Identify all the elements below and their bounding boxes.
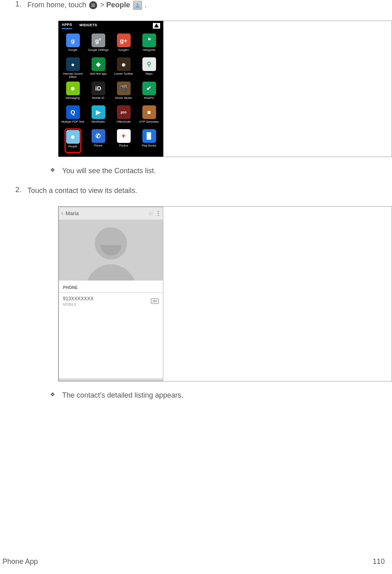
app-photos[interactable]: ✦Photos xyxy=(111,129,136,153)
app-multiple-pdp-test[interactable]: QMultiple PDP Test xyxy=(60,105,85,127)
section-phone-label: PHONE xyxy=(59,281,163,292)
app-label: Movie Studio xyxy=(115,96,132,103)
app-hidd-test-app[interactable]: ◆hidd test app xyxy=(85,57,111,80)
phone-number: 913XXXXXXX xyxy=(63,296,94,302)
app-label: Lumen Toolbar xyxy=(114,72,133,79)
footer-left: Phone App xyxy=(2,557,38,566)
app-icon: ▉ xyxy=(142,129,156,143)
app-label: Hangouts xyxy=(143,48,155,55)
app-google-settings[interactable]: g°Google Settings xyxy=(85,33,111,55)
back-icon[interactable]: ‹ xyxy=(61,210,63,216)
app-label: Google Settings xyxy=(88,48,108,55)
overflow-menu-icon[interactable] xyxy=(156,211,161,216)
app-label: Phone xyxy=(94,144,102,151)
step-1-text: From home, touch > People . xyxy=(27,1,147,9)
phone-row[interactable]: 913XXXXXXX MOBILE xyxy=(59,293,163,310)
app-label: Harman Sound Effect xyxy=(61,72,85,79)
app-icon: ☻ xyxy=(66,130,80,144)
app-hangouts[interactable]: ❝Hangouts xyxy=(136,33,162,55)
result-bullet-2: The contact's detailed listing appears. xyxy=(27,391,392,400)
app-label: Maps xyxy=(146,72,153,79)
step-2: 2. Touch a contact to view its details. … xyxy=(0,186,392,400)
app-lumen-toolbar[interactable]: ⎈Lumen Toolbar xyxy=(111,57,136,80)
app-icon: ✆ xyxy=(92,129,105,143)
app-icon: g xyxy=(66,34,80,47)
step1-bold: People xyxy=(106,1,130,9)
app-label: Messaging xyxy=(66,96,80,103)
app-officesuite[interactable]: proOfficeSuite xyxy=(111,105,136,127)
app-label: Google+ xyxy=(118,48,129,55)
tab-widgets[interactable]: WIDGETS xyxy=(79,23,97,29)
app-play-books[interactable]: ▉Play Books xyxy=(136,129,162,153)
app-label: OTP Generator xyxy=(139,120,159,127)
step1-after: . xyxy=(145,1,147,9)
star-icon[interactable]: ☆ xyxy=(148,209,154,217)
app-label: NextRadio xyxy=(92,120,105,127)
app-icon: ☻ xyxy=(66,82,80,95)
sms-icon[interactable] xyxy=(151,298,159,304)
step-number: 2. xyxy=(15,186,21,194)
app-icon: ▶ xyxy=(92,105,105,119)
app-icon: pro xyxy=(117,105,131,119)
app-icon: ● xyxy=(66,57,80,71)
app-icon: ◆ xyxy=(92,57,105,71)
step1-before: From home, touch xyxy=(27,1,88,9)
apps-icon xyxy=(89,1,97,9)
app-icon: ✔ xyxy=(142,82,156,95)
app-label: hidd test app xyxy=(90,72,106,79)
phone-type: MOBILE xyxy=(63,302,94,306)
page-footer: Phone App 110 xyxy=(0,557,392,566)
app-icon: iD xyxy=(92,82,105,95)
app-label: Google xyxy=(68,48,77,55)
app-otp-generator[interactable]: ■OTP Generator xyxy=(136,105,162,127)
app-movie-studio[interactable]: 🎬Movie Studio xyxy=(111,81,136,103)
app-label: Play Books xyxy=(142,144,156,151)
step1-mid: > xyxy=(100,1,106,9)
app-label: Multiple PDP Test xyxy=(61,120,84,127)
app-label: Photos xyxy=(119,144,128,151)
app-icon: g° xyxy=(92,34,105,47)
app-messaging[interactable]: ☻Messaging xyxy=(60,81,85,103)
step-2-text: Touch a contact to view its details. xyxy=(27,186,137,195)
app-phone[interactable]: ✆Phone xyxy=(85,129,111,153)
app-harman-sound-effect[interactable]: ●Harman Sound Effect xyxy=(60,57,85,80)
app-icon: ✦ xyxy=(117,129,131,143)
shop-icon[interactable] xyxy=(153,23,160,29)
app-people[interactable]: ☻People xyxy=(60,129,85,153)
app-icon: ⚲ xyxy=(142,57,156,71)
app-icon: ❝ xyxy=(142,34,156,47)
footer-right: 110 xyxy=(373,557,385,566)
app-maps[interactable]: ⚲Maps xyxy=(136,57,162,80)
app-icon: 🎬 xyxy=(117,82,131,95)
app-mobile-id[interactable]: iDMobile ID xyxy=(85,81,111,103)
app-msapu[interactable]: ✔MSAPU xyxy=(136,81,162,103)
app-label: People xyxy=(66,145,80,151)
app-nextradio[interactable]: ▶NextRadio xyxy=(85,105,111,127)
people-icon xyxy=(133,1,142,10)
avatar xyxy=(59,220,163,281)
app-icon: Q xyxy=(66,105,80,119)
app-icon: g+ xyxy=(117,34,131,47)
screenshot-contact-detail: ‹ Maria ☆ PHONE 913XX xyxy=(58,206,392,381)
screenshot-app-drawer: APPS WIDGETS gGoogleg°Google Settingsg+G… xyxy=(58,21,392,157)
drawer-tabs: APPS WIDGETS xyxy=(58,21,163,31)
app-label: Mobile ID xyxy=(92,96,104,103)
app-icon: ⎈ xyxy=(117,57,131,71)
app-google-[interactable]: g+Google+ xyxy=(111,33,136,55)
app-label: MSAPU xyxy=(144,96,154,103)
result-bullet-1: You will see the Contacts list. xyxy=(27,167,392,175)
svg-point-0 xyxy=(136,4,138,6)
step-number: 1. xyxy=(15,0,21,8)
tab-apps[interactable]: APPS xyxy=(62,23,72,29)
app-label: OfficeSuite xyxy=(117,120,131,127)
step-1: 1. From home, touch > People . APPS WIDG… xyxy=(0,0,392,175)
app-icon: ■ xyxy=(142,105,156,119)
contact-name: Maria xyxy=(66,210,79,216)
app-google[interactable]: gGoogle xyxy=(60,33,85,55)
